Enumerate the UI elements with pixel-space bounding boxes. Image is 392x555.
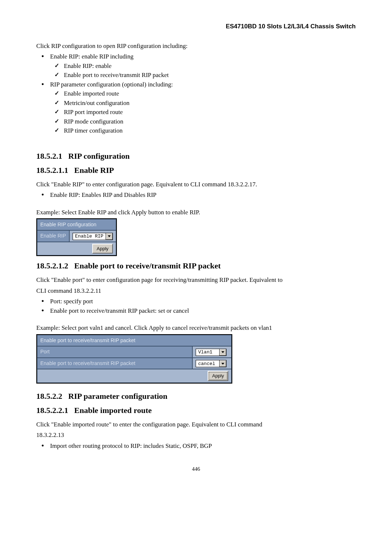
- subsection-title: Enable RIP: [74, 166, 114, 175]
- list-item: Enable RIP: enable RIP including: [36, 52, 356, 61]
- section-number: 18.5.2.1: [36, 151, 62, 161]
- select-value: Enable RIP: [73, 233, 106, 240]
- list-item: RIP timer configuration: [36, 126, 356, 135]
- select-value: Vlan1: [196, 349, 220, 356]
- subsection-heading: 18.5.2.1.2 Enable port to receive/transm…: [36, 260, 356, 272]
- bullet-list: Import other routing protocol to RIP: in…: [36, 441, 356, 451]
- page-header: ES4710BD 10 Slots L2/L3/L4 Chassis Switc…: [36, 22, 356, 31]
- body-text: CLI command 18.3.2.2.11: [36, 286, 356, 296]
- list-item: Enable imported route: [36, 89, 356, 98]
- section-heading: 18.5.2.2 RIP parameter configuration: [36, 390, 356, 402]
- list-item: Metricin/out configuration: [36, 98, 356, 108]
- example-text: Example: Select port valn1 and cancel. C…: [36, 323, 356, 333]
- apply-button[interactable]: Apply: [92, 244, 113, 254]
- enable-port-select[interactable]: cancel: [196, 360, 226, 367]
- page-number: 446: [36, 465, 356, 473]
- list-item: Enable RIP: Enables RIP and Disables RIP: [36, 190, 356, 200]
- bullet-list: Enable RIP: Enables RIP and Disables RIP: [36, 190, 356, 200]
- table-title: Enable port to receive/transmit RIP pack…: [37, 335, 232, 346]
- table-title: Enable RIP configuration: [37, 219, 116, 230]
- bullet-list: Port: specify port Enable port to receiv…: [36, 297, 356, 315]
- body-text: Click "Enable imported route" to enter t…: [36, 420, 356, 429]
- intro-text: Click RIP configuration to open RIP conf…: [36, 41, 356, 51]
- chevron-down-icon: [220, 349, 226, 356]
- subsection-heading: 18.5.2.1.1 Enable RIP: [36, 164, 356, 176]
- list-item: Enable port to receive/transmit RIP pack…: [36, 70, 356, 80]
- enable-rip-config-table: Enable RIP configuration Enable RIP Enab…: [36, 218, 117, 256]
- apply-button[interactable]: Apply: [208, 371, 228, 381]
- list-item: RIP port imported route: [36, 108, 356, 117]
- body-text: Click "Enable port" to enter configurati…: [36, 275, 356, 285]
- port-label: Port: [37, 346, 192, 358]
- chevron-down-icon: [106, 233, 113, 240]
- body-text: Click "Enable RIP" to enter configuratio…: [36, 180, 356, 189]
- enable-port-label: Enable port to receive/transmit RIP pack…: [37, 358, 192, 369]
- subsection-heading: 18.5.2.2.1 Enable imported route: [36, 404, 356, 416]
- list-item: Enable RIP: enable: [36, 61, 356, 71]
- body-text: 18.3.2.2.13: [36, 430, 356, 440]
- list-item: RIP parameter configuration (optional) i…: [36, 80, 356, 89]
- subsection-title: Enable port to receive/transmit RIP pack…: [74, 261, 221, 270]
- select-value: cancel: [196, 360, 220, 368]
- intro-list: Enable RIP: enable RIP including Enable …: [36, 52, 356, 135]
- subsection-title: Enable imported route: [74, 406, 152, 415]
- list-item: Enable port to receive/transmit RIP pack…: [36, 306, 356, 316]
- enable-port-rip-table: Enable port to receive/transmit RIP pack…: [36, 334, 232, 384]
- list-item: Import other routing protocol to RIP: in…: [36, 441, 356, 451]
- subsection-number: 18.5.2.2.1: [36, 406, 68, 415]
- list-item: Port: specify port: [36, 297, 356, 306]
- list-item: RIP mode configuration: [36, 117, 356, 126]
- section-title: RIP parameter configuration: [68, 392, 167, 401]
- subsection-number: 18.5.2.1.2: [36, 261, 68, 270]
- chevron-down-icon: [220, 360, 226, 367]
- example-text: Example: Select Enable RIP and click App…: [36, 208, 356, 217]
- subsection-number: 18.5.2.1.1: [36, 166, 68, 175]
- enable-rip-label: Enable RIP: [37, 230, 69, 242]
- port-select[interactable]: Vlan1: [196, 349, 226, 356]
- section-number: 18.5.2.2: [36, 392, 62, 401]
- enable-rip-select[interactable]: Enable RIP: [73, 233, 113, 240]
- section-heading: 18.5.2.1 RIP configuration: [36, 150, 356, 162]
- section-title: RIP configuration: [68, 151, 130, 161]
